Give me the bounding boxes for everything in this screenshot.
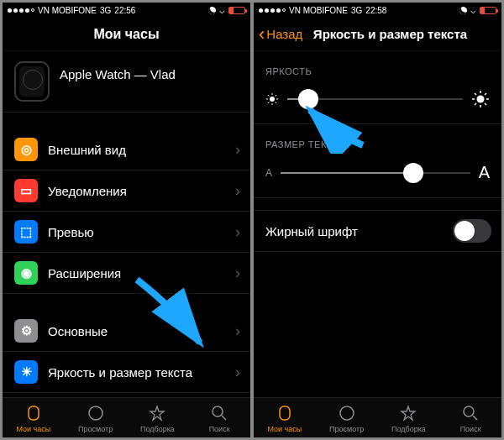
tab-label: Подборка [391,425,426,433]
paired-watch-row[interactable]: Apple Watch — Vlad Sport 42 мм › [3,51,250,113]
row-label: Превью [48,225,235,239]
row-general[interactable]: ⚙ Основные › [3,311,250,352]
row-glances[interactable]: ⬚ Превью › [3,212,250,253]
clock: 22:58 [365,6,386,15]
chevron-right-icon: › [235,364,240,381]
chevron-right-icon: › [236,74,240,89]
phone-right: VN MOBIFONE 3G 22:58 ⌵ ‹ Назад Яркость и… [254,3,501,437]
row-brightness-text[interactable]: ☀ Яркость и размер текста › [3,352,250,393]
appearance-icon: ◎ [14,138,38,161]
tab-my-watch[interactable]: Мои часы [254,398,316,437]
network-label: 3G [351,6,362,15]
row-appearance[interactable]: ◎ Внешний вид › [3,129,250,170]
battery-icon [228,7,245,14]
slider-thumb[interactable] [403,163,423,183]
bold-text-toggle[interactable] [453,219,491,243]
nav-bar: ‹ Назад Яркость и размер текста [254,18,501,51]
dnd-icon [207,5,217,15]
section-header-text-size: РАЗМЕР ТЕКСТА [254,124,501,155]
svg-line-21 [485,93,486,95]
svg-line-12 [276,95,277,97]
tab-featured[interactable]: Подборка [378,398,440,437]
tab-bar: Мои часы Просмотр Подборка Поиск [254,397,501,437]
svg-line-20 [475,103,476,105]
sun-large-icon [471,90,490,108]
chevron-right-icon: › [235,265,240,282]
tab-my-watch[interactable]: Мои часы [3,398,65,437]
section-header-brightness: ЯРКОСТЬ [254,51,501,81]
tab-search[interactable]: Поиск [188,398,250,437]
svg-line-10 [276,102,277,104]
tab-featured[interactable]: Подборка [127,398,189,437]
dnd-icon [458,5,468,15]
bold-text-label: Жирный шрифт [265,224,453,238]
svg-line-11 [268,102,270,104]
carrier-label: VN MOBIFONE [38,6,97,15]
svg-rect-22 [280,406,290,420]
a-small-icon: A [265,167,272,179]
tab-explore[interactable]: Просмотр [65,398,127,437]
svg-line-25 [473,416,477,420]
signal-dots [259,8,286,13]
bluetooth-icon: ⌵ [470,5,476,16]
tab-bar: Мои часы Просмотр Подборка Поиск [3,397,250,437]
watch-outline-icon [24,403,44,423]
content-scroll[interactable]: ЯРКОСТЬ РАЗМЕР ТЕКСТА A A Жирный шрифт [254,51,501,397]
battery-icon [480,7,496,14]
phone-left: VN MOBIFONE 3G 22:56 ⌵ Мои часы Apple Wa… [3,3,250,437]
complications-icon: ◉ [14,261,38,285]
back-button[interactable]: ‹ Назад [259,25,302,44]
brightness-icon: ☀ [14,360,38,384]
brightness-slider[interactable] [287,98,463,100]
chevron-right-icon: › [235,322,240,340]
nav-bar: Мои часы [3,18,250,51]
slider-thumb[interactable] [298,89,318,109]
svg-line-3 [222,416,226,420]
content-scroll[interactable]: Apple Watch — Vlad Sport 42 мм › ◎ Внешн… [3,51,250,397]
tab-explore[interactable]: Просмотр [316,398,378,437]
bluetooth-icon: ⌵ [219,5,225,16]
svg-point-1 [89,406,102,420]
page-title: Яркость и размер текста [313,27,467,41]
text-size-slider[interactable] [281,172,470,174]
status-bar: VN MOBIFONE 3G 22:56 ⌵ [3,3,250,18]
svg-point-13 [477,96,485,103]
chevron-right-icon: › [235,141,240,159]
row-complications[interactable]: ◉ Расширения › [3,253,250,294]
brightness-slider-row [254,81,501,124]
row-label: Внешний вид [48,143,235,157]
chevron-right-icon: › [235,182,240,200]
svg-line-18 [475,93,476,95]
row-notifications[interactable]: ▭ Уведомления › [3,170,250,212]
tab-label: Поиск [209,425,230,433]
search-icon [209,403,229,423]
row-label: Яркость и размер текста [48,365,235,380]
search-icon [460,403,480,423]
status-bar: VN MOBIFONE 3G 22:58 ⌵ [254,3,501,18]
a-large-icon: A [479,163,490,182]
tab-label: Просмотр [329,425,364,433]
row-label: Основные [48,324,235,338]
page-title: Мои часы [93,27,159,42]
gear-icon: ⚙ [14,319,38,343]
carrier-label: VN MOBIFONE [289,6,348,15]
tab-label: Просмотр [78,425,113,433]
safari-icon [86,403,106,423]
star-icon [398,403,418,423]
clock: 22:56 [114,6,135,15]
chevron-right-icon: › [235,223,240,241]
tab-search[interactable]: Поиск [439,398,501,437]
tab-label: Поиск [460,425,481,433]
svg-point-4 [270,97,275,102]
svg-rect-0 [29,406,39,420]
svg-line-19 [485,103,486,105]
svg-point-24 [464,406,474,416]
glances-icon: ⬚ [14,220,38,244]
watch-model: Sport 42 мм [60,81,236,97]
chevron-left-icon: ‹ [259,25,265,44]
svg-line-9 [268,95,270,97]
svg-point-2 [213,406,223,416]
back-label: Назад [266,27,302,41]
notifications-icon: ▭ [14,179,38,202]
network-label: 3G [100,6,111,15]
